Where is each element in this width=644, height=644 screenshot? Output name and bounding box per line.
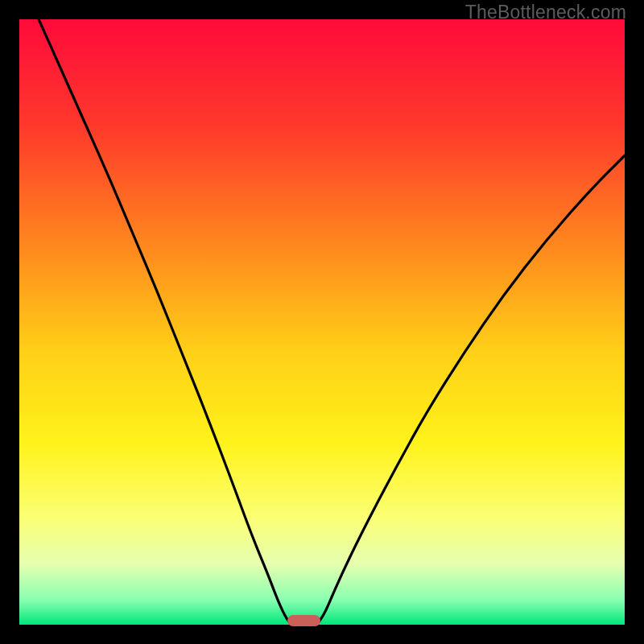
bottleneck-marker [287, 615, 320, 626]
chart-frame: TheBottleneck.com [0, 0, 644, 644]
watermark-text: TheBottleneck.com [465, 2, 626, 23]
right-curve [319, 155, 625, 621]
plot-area [19, 19, 625, 625]
left-curve [39, 19, 289, 621]
curve-layer [19, 19, 625, 625]
